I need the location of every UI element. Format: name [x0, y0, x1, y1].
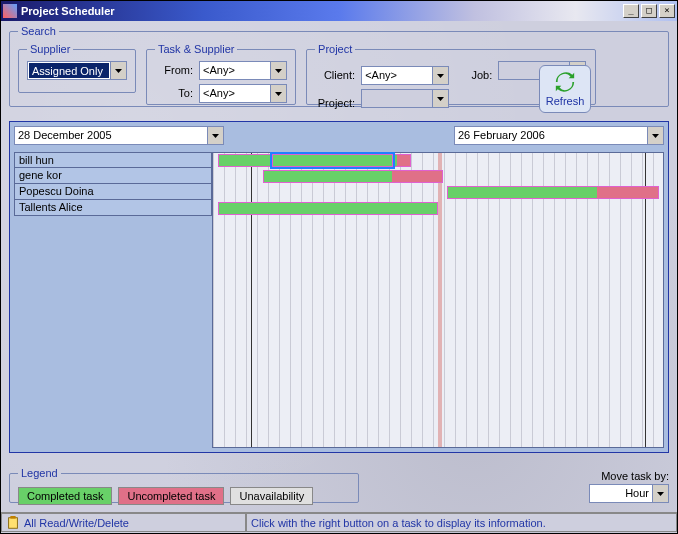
- to-combo[interactable]: <Any>: [199, 84, 287, 103]
- end-date-value: 26 February 2006: [455, 127, 647, 144]
- refresh-icon: [554, 71, 576, 93]
- status-hint: Click with the right button on a task to…: [246, 513, 677, 532]
- end-date-combo[interactable]: 26 February 2006: [454, 126, 664, 145]
- start-date-value: 28 December 2005: [15, 127, 207, 144]
- app-window: Project Scheduler _ □ × Search Supplier …: [0, 0, 678, 534]
- move-task-label: Move task by:: [589, 470, 669, 482]
- gantt-task-bar-highlight[interactable]: [272, 154, 394, 167]
- gantt-task-bar[interactable]: [218, 202, 439, 215]
- chevron-down-icon: [110, 62, 126, 79]
- task-supplier-group: Task & Supplier From: <Any> To: <Any>: [146, 43, 296, 105]
- range-start-marker: [251, 153, 252, 447]
- from-label: From:: [155, 64, 193, 76]
- legend-completed: Completed task: [18, 487, 112, 505]
- supplier-combo-value: Assigned Only: [29, 63, 109, 78]
- supplier-legend: Supplier: [27, 43, 73, 55]
- gantt-row-labels: bill hungene korPopescu DoinaTallents Al…: [14, 152, 212, 216]
- chevron-down-icon: [647, 127, 663, 144]
- gantt-task-bar[interactable]: [263, 170, 443, 183]
- svg-rect-1: [10, 516, 15, 519]
- search-group: Search Supplier Assigned Only Task & Sup…: [9, 25, 669, 107]
- chevron-down-icon: [207, 127, 223, 144]
- status-hint-text: Click with the right button on a task to…: [251, 517, 546, 529]
- supplier-combo[interactable]: Assigned Only: [27, 61, 127, 80]
- gantt-row-label[interactable]: bill hun: [14, 152, 212, 168]
- task-done-segment: [448, 187, 597, 198]
- project-label: Project:: [315, 97, 355, 109]
- today-marker: [438, 153, 442, 447]
- task-done-segment: [219, 203, 438, 214]
- gantt-panel: 28 December 2005 26 February 2006 bill h…: [9, 121, 669, 453]
- supplier-group: Supplier Assigned Only: [18, 43, 136, 93]
- gantt-row-label[interactable]: Popescu Doina: [14, 184, 212, 200]
- from-combo[interactable]: <Any>: [199, 61, 287, 80]
- task-supplier-legend: Task & Supplier: [155, 43, 237, 55]
- window-title: Project Scheduler: [21, 5, 621, 17]
- chevron-down-icon: [432, 90, 448, 107]
- task-done-segment: [264, 171, 392, 182]
- maximize-button[interactable]: □: [641, 4, 657, 18]
- move-task-combo[interactable]: Hour: [589, 484, 669, 503]
- move-task-group: Move task by: Hour: [589, 470, 669, 503]
- legend-label: Legend: [18, 467, 61, 479]
- status-bar: All Read/Write/Delete Click with the rig…: [1, 512, 677, 533]
- task-undone-segment: [597, 187, 658, 198]
- gantt-chart: bill hungene korPopescu DoinaTallents Al…: [14, 152, 664, 448]
- project-group: Project Client: <Any> Job:: [306, 43, 596, 105]
- move-task-value: Hour: [590, 485, 652, 502]
- status-permissions: All Read/Write/Delete: [1, 513, 246, 532]
- project-combo[interactable]: [361, 89, 449, 108]
- svg-rect-0: [9, 517, 18, 528]
- status-permissions-text: All Read/Write/Delete: [24, 517, 129, 529]
- chevron-down-icon: [270, 85, 286, 102]
- minimize-button[interactable]: _: [623, 4, 639, 18]
- date-range-bar: 28 December 2005 26 February 2006: [14, 126, 664, 147]
- chevron-down-icon: [652, 485, 668, 502]
- from-combo-value: <Any>: [200, 62, 270, 79]
- clipboard-icon: [6, 516, 20, 530]
- titlebar: Project Scheduler _ □ ×: [1, 1, 677, 21]
- job-label: Job:: [464, 69, 492, 81]
- chevron-down-icon: [432, 67, 448, 84]
- legend-group: Legend Completed task Uncompleted task U…: [9, 467, 359, 503]
- refresh-button[interactable]: Refresh: [539, 65, 591, 113]
- client-combo[interactable]: <Any>: [361, 66, 449, 85]
- client-label: Client:: [315, 69, 355, 81]
- to-label: To:: [155, 87, 193, 99]
- gantt-row-label[interactable]: Tallents Alice: [14, 200, 212, 216]
- app-icon: [3, 4, 17, 18]
- gantt-task-bar[interactable]: [447, 186, 659, 199]
- legend-uncompleted: Uncompleted task: [118, 487, 224, 505]
- project-combo-value: [362, 90, 432, 107]
- to-combo-value: <Any>: [200, 85, 270, 102]
- task-undone-segment: [392, 171, 442, 182]
- chevron-down-icon: [270, 62, 286, 79]
- close-button[interactable]: ×: [659, 4, 675, 18]
- search-legend: Search: [18, 25, 59, 37]
- refresh-label: Refresh: [546, 95, 585, 107]
- task-undone-segment: [397, 155, 410, 166]
- client-combo-value: <Any>: [362, 67, 432, 84]
- legend-unavailability: Unavailability: [230, 487, 313, 505]
- gantt-row-label[interactable]: gene kor: [14, 168, 212, 184]
- start-date-combo[interactable]: 28 December 2005: [14, 126, 224, 145]
- client-area: Search Supplier Assigned Only Task & Sup…: [1, 21, 677, 533]
- project-legend: Project: [315, 43, 355, 55]
- gantt-timeline[interactable]: [212, 152, 664, 448]
